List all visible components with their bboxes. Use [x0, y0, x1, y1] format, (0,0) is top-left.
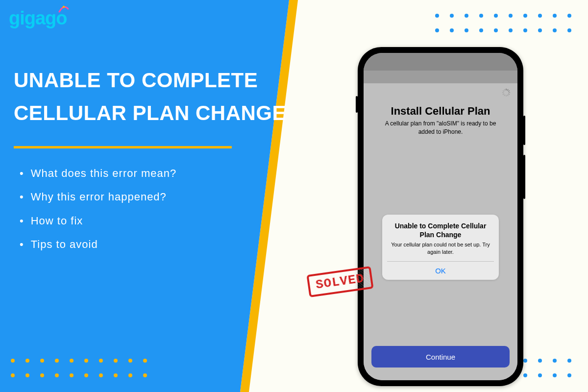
svg-rect-10 [502, 92, 504, 93]
phone-nav-bar [364, 71, 517, 83]
alert-title: Unable to Complete Cellular Plan Change [387, 221, 494, 239]
svg-rect-6 [507, 95, 509, 97]
stamp-text: SOLVED [315, 271, 365, 293]
brand-logo: gigago [9, 8, 67, 29]
svg-rect-9 [502, 94, 504, 95]
phone-side-button [356, 96, 358, 113]
continue-button-label: Continue [426, 353, 455, 361]
loading-spinner-icon [502, 88, 511, 97]
phone-status-bar [364, 53, 517, 71]
bullet-item: Tips to avoid [20, 233, 176, 256]
phone-screen: Install Cellular Plan A cellular plan fr… [364, 53, 517, 380]
bullet-item: What does this error mean? [20, 162, 176, 185]
svg-point-0 [62, 6, 64, 8]
headline-underline [14, 146, 232, 148]
svg-rect-7 [506, 95, 507, 97]
decorative-dots-top-right [435, 14, 571, 32]
logo-swoosh-icon [58, 5, 69, 14]
svg-rect-5 [508, 94, 510, 95]
alert-body: Your cellular plan could not be set up. … [387, 241, 494, 255]
svg-rect-11 [502, 90, 504, 92]
continue-button[interactable]: Continue [371, 346, 510, 368]
promo-graphic: gigago UNABLE TO COMPLETE CELLULAR PLAN … [0, 0, 588, 392]
install-title: Install Cellular Plan [364, 105, 517, 118]
bullet-list: What does this error mean? Why this erro… [20, 162, 176, 257]
bullet-item: Why this error happened? [20, 185, 176, 209]
phone-mockup: Install Cellular Plan A cellular plan fr… [358, 47, 523, 386]
headline-line-2: CELLULAR PLAN CHANGE [14, 97, 286, 129]
svg-rect-3 [508, 90, 510, 92]
svg-rect-8 [504, 95, 505, 97]
svg-rect-4 [509, 92, 511, 93]
bullet-item: How to fix [20, 209, 176, 233]
headline: UNABLE TO COMPLETE CELLULAR PLAN CHANGE [14, 64, 286, 129]
decorative-dots-bottom-left [11, 359, 147, 377]
alert-ok-button[interactable]: OK [387, 262, 494, 280]
install-subtitle: A cellular plan from "aloSIM" is ready t… [378, 120, 503, 136]
svg-rect-12 [504, 89, 505, 91]
headline-line-1: UNABLE TO COMPLETE [14, 64, 286, 97]
svg-rect-1 [506, 89, 507, 91]
error-alert: Unable to Complete Cellular Plan Change … [382, 215, 499, 280]
svg-rect-2 [507, 89, 509, 91]
